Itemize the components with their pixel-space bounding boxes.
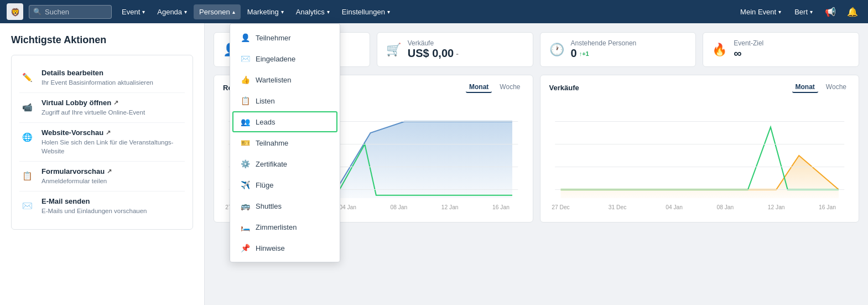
- personen-dropdown: 👤 Teilnehmer ✉️ Eingeladene 👍 Warteliste…: [230, 23, 340, 262]
- chart-verkaufe: Verkäufe Monat Woche: [540, 75, 860, 223]
- chevron-down-icon: ▾: [281, 9, 284, 15]
- chart-tabs: Monat Woche: [792, 82, 850, 93]
- tab-woche-2[interactable]: Woche: [823, 82, 850, 93]
- dropdown-item-teilnahme[interactable]: 🎫 Teilnahme: [230, 132, 340, 153]
- svg-text:🦁: 🦁: [11, 8, 20, 17]
- bus-icon: 🚌: [240, 201, 250, 210]
- nav-event[interactable]: Event ▾: [116, 4, 150, 19]
- chart-svg-2: 27 Dec 31 Dec 04 Jan 08 Jan 12 Jan 16 Ja…: [549, 97, 850, 214]
- stat-delta: ↑+1: [579, 50, 589, 57]
- chart-header: Verkäufe Monat Woche: [549, 82, 850, 93]
- action-virtual-lobby[interactable]: 📹 Virtual Lobby öffnen ↗ Zugriff auf Ihr…: [19, 93, 185, 123]
- dropdown-item-wartelisten[interactable]: 👍 Wartelisten: [230, 69, 340, 90]
- ticket-icon: 🎫: [240, 138, 250, 147]
- svg-text:12 Jan: 12 Jan: [441, 204, 459, 210]
- external-link-icon: ↗: [113, 99, 118, 106]
- stat-card-event-ziel: 🔥 Event-Ziel ∞: [703, 32, 859, 67]
- dropdown-item-hinweise[interactable]: 📌 Hinweise: [230, 237, 340, 259]
- dropdown-item-zertifikate[interactable]: ⚙️ Zertifikate: [230, 153, 340, 174]
- svg-text:16 Jan: 16 Jan: [492, 204, 510, 210]
- action-title: Website-Vorschau ↗: [41, 128, 185, 137]
- clock-icon: 🕐: [549, 43, 564, 57]
- action-details-bearbeiten[interactable]: ✏️ Details bearbeiten Ihr Event Basisinf…: [19, 63, 185, 93]
- speaker-icon-button[interactable]: 📢: [822, 4, 839, 19]
- pin-icon: 📌: [240, 244, 250, 252]
- globe-icon: 🌐: [19, 130, 35, 145]
- email-icon: ✉️: [19, 198, 35, 214]
- nav-analytics[interactable]: Analytics ▾: [290, 4, 335, 19]
- external-link-icon: ↗: [106, 129, 111, 136]
- dropdown-item-listen[interactable]: 📋 Listen: [230, 90, 340, 111]
- svg-text:08 Jan: 08 Jan: [716, 204, 734, 210]
- stat-label: Event-Ziel: [734, 39, 763, 47]
- video-icon: 📹: [19, 100, 35, 115]
- svg-text:04 Jan: 04 Jan: [339, 204, 356, 210]
- tab-woche-1[interactable]: Woche: [496, 82, 523, 93]
- edit-icon: ✏️: [19, 70, 35, 85]
- stat-value: US$ 0,00 -: [408, 47, 459, 60]
- action-email-senden[interactable]: ✉️ E-Mail senden E-Mails und Einladungen…: [19, 192, 185, 221]
- stat-value: 0 ↑+1: [571, 47, 637, 60]
- chevron-down-icon: ▾: [142, 9, 145, 15]
- svg-text:04 Jan: 04 Jan: [666, 204, 683, 210]
- dropdown-item-zimmerlisten[interactable]: 🛏️ Zimmerlisten: [230, 216, 340, 237]
- actions-card: ✏️ Details bearbeiten Ihr Event Basisinf…: [11, 55, 193, 230]
- main-layout: Wichtigste Aktionen ✏️ Details bearbeite…: [0, 23, 868, 305]
- chevron-down-icon: ▾: [387, 9, 390, 15]
- nav-marketing[interactable]: Marketing ▾: [242, 4, 289, 19]
- person-icon: 👤: [240, 33, 250, 42]
- bed-icon: 🛏️: [240, 223, 250, 231]
- chart-title: Verkäufe: [549, 84, 579, 92]
- action-title: Formularvorschau ↗: [41, 167, 112, 175]
- stat-label: Anstehende Personen: [571, 39, 637, 47]
- action-subtitle: Anmeldeformular teilen: [41, 177, 112, 185]
- stat-card-verkaufe: 🛒 Verkäufe US$ 0,00 -: [377, 32, 533, 67]
- chevron-down-icon: ▾: [327, 9, 330, 15]
- plane-icon: ✈️: [240, 180, 250, 189]
- navbar-right: Mein Event ▾ Bert ▾ 📢 🔔: [736, 4, 861, 19]
- nav-personen[interactable]: Personen ▴: [194, 4, 241, 19]
- svg-text:12 Jan: 12 Jan: [767, 204, 784, 210]
- action-subtitle: Zugriff auf Ihre virtuelle Online-Event: [41, 108, 145, 117]
- svg-text:27 Dec: 27 Dec: [552, 204, 569, 210]
- leads-icon: 👥: [240, 117, 250, 126]
- sidebar: Wichtigste Aktionen ✏️ Details bearbeite…: [0, 23, 205, 305]
- chevron-up-icon: ▴: [232, 9, 235, 15]
- dropdown-item-leads[interactable]: 👥 Leads: [232, 111, 337, 132]
- chevron-down-icon: ▾: [184, 9, 187, 15]
- action-formularvorschau[interactable]: 📋 Formularvorschau ↗ Anmeldeformular tei…: [19, 162, 185, 192]
- tab-monat-1[interactable]: Monat: [466, 82, 492, 93]
- thumbsup-icon: 👍: [240, 75, 250, 84]
- nav-einstellungen[interactable]: Einstellungen ▾: [336, 4, 396, 19]
- svg-text:31 Dec: 31 Dec: [608, 204, 626, 210]
- nav-menu: Event ▾ Agenda ▾ Personen ▴ Marketing ▾ …: [116, 4, 736, 19]
- chart-tabs: Monat Woche: [466, 82, 523, 93]
- dropdown-item-teilnehmer[interactable]: 👤 Teilnehmer: [230, 27, 340, 48]
- certificate-icon: ⚙️: [240, 159, 250, 168]
- fire-icon: 🔥: [712, 43, 727, 57]
- action-website-vorschau[interactable]: 🌐 Website-Vorschau ↗ Holen Sie sich den …: [19, 123, 185, 162]
- envelope-icon: ✉️: [240, 54, 250, 63]
- dropdown-item-shuttles[interactable]: 🚌 Shuttles: [230, 195, 340, 216]
- search-input[interactable]: [29, 5, 112, 19]
- clipboard-icon: 📋: [19, 168, 35, 184]
- svg-text:16 Jan: 16 Jan: [819, 204, 836, 210]
- stat-label: Verkäufe: [408, 39, 459, 47]
- action-title: E-Mail senden: [41, 197, 147, 205]
- action-title: Details bearbeiten: [41, 69, 153, 77]
- stat-card-anstehende: 🕐 Anstehende Personen 0 ↑+1: [540, 32, 697, 67]
- user-menu-button[interactable]: Bert ▾: [790, 6, 817, 18]
- chevron-down-icon: ▾: [810, 9, 813, 15]
- stat-value: ∞: [734, 47, 763, 60]
- nav-agenda[interactable]: Agenda ▾: [152, 4, 193, 19]
- dropdown-item-fluge[interactable]: ✈️ Flüge: [230, 174, 340, 195]
- tab-monat-2[interactable]: Monat: [792, 82, 818, 93]
- notification-bell-icon[interactable]: 🔔: [844, 4, 861, 19]
- dropdown-item-eingeladene[interactable]: ✉️ Eingeladene: [230, 48, 340, 69]
- navbar: 🦁 🔍 Event ▾ Agenda ▾ Personen ▴ Marketin…: [0, 0, 868, 23]
- cart-icon: 🛒: [386, 43, 401, 57]
- app-logo: 🦁: [7, 3, 23, 20]
- mein-event-button[interactable]: Mein Event ▾: [736, 6, 786, 18]
- svg-text:08 Jan: 08 Jan: [391, 204, 408, 210]
- sidebar-title: Wichtigste Aktionen: [11, 34, 193, 46]
